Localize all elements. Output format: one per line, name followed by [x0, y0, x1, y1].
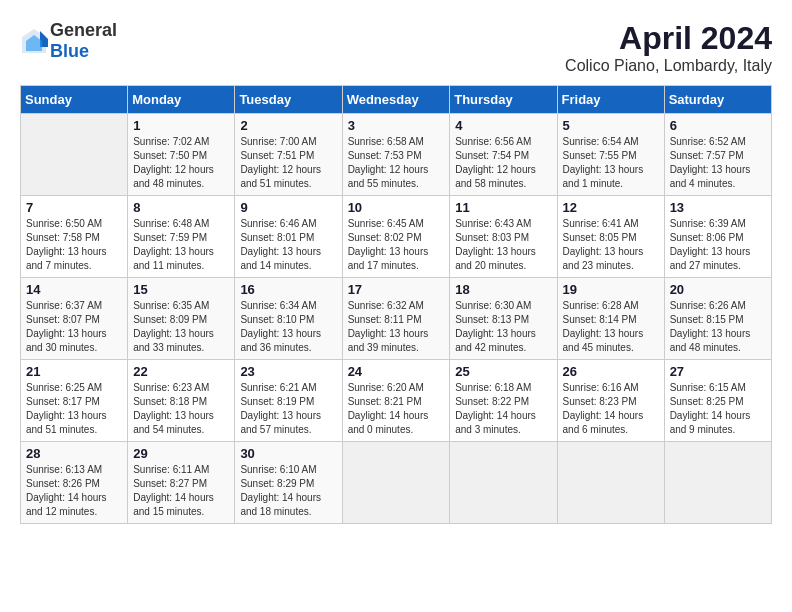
day-detail: Sunrise: 6:39 AMSunset: 8:06 PMDaylight:…: [670, 217, 766, 273]
day-detail: Sunrise: 6:21 AMSunset: 8:19 PMDaylight:…: [240, 381, 336, 437]
day-number: 15: [133, 282, 229, 297]
day-detail: Sunrise: 6:41 AMSunset: 8:05 PMDaylight:…: [563, 217, 659, 273]
week-row-5: 28Sunrise: 6:13 AMSunset: 8:26 PMDayligh…: [21, 442, 772, 524]
calendar-table: SundayMondayTuesdayWednesdayThursdayFrid…: [20, 85, 772, 524]
calendar-cell: 29Sunrise: 6:11 AMSunset: 8:27 PMDayligh…: [128, 442, 235, 524]
calendar-cell: [664, 442, 771, 524]
weekday-header-sunday: Sunday: [21, 86, 128, 114]
calendar-cell: 24Sunrise: 6:20 AMSunset: 8:21 PMDayligh…: [342, 360, 450, 442]
logo: General Blue: [20, 20, 117, 62]
calendar-cell: 7Sunrise: 6:50 AMSunset: 7:58 PMDaylight…: [21, 196, 128, 278]
calendar-cell: 2Sunrise: 7:00 AMSunset: 7:51 PMDaylight…: [235, 114, 342, 196]
day-number: 14: [26, 282, 122, 297]
day-number: 4: [455, 118, 551, 133]
calendar-cell: 19Sunrise: 6:28 AMSunset: 8:14 PMDayligh…: [557, 278, 664, 360]
day-detail: Sunrise: 6:28 AMSunset: 8:14 PMDaylight:…: [563, 299, 659, 355]
weekday-header-row: SundayMondayTuesdayWednesdayThursdayFrid…: [21, 86, 772, 114]
day-number: 11: [455, 200, 551, 215]
calendar-cell: 18Sunrise: 6:30 AMSunset: 8:13 PMDayligh…: [450, 278, 557, 360]
weekday-header-wednesday: Wednesday: [342, 86, 450, 114]
day-detail: Sunrise: 6:32 AMSunset: 8:11 PMDaylight:…: [348, 299, 445, 355]
day-detail: Sunrise: 6:48 AMSunset: 7:59 PMDaylight:…: [133, 217, 229, 273]
calendar-cell: 27Sunrise: 6:15 AMSunset: 8:25 PMDayligh…: [664, 360, 771, 442]
day-number: 20: [670, 282, 766, 297]
day-number: 16: [240, 282, 336, 297]
day-detail: Sunrise: 6:23 AMSunset: 8:18 PMDaylight:…: [133, 381, 229, 437]
day-number: 2: [240, 118, 336, 133]
weekday-header-thursday: Thursday: [450, 86, 557, 114]
day-detail: Sunrise: 6:15 AMSunset: 8:25 PMDaylight:…: [670, 381, 766, 437]
logo-general: General: [50, 20, 117, 40]
day-number: 19: [563, 282, 659, 297]
day-number: 6: [670, 118, 766, 133]
day-detail: Sunrise: 6:58 AMSunset: 7:53 PMDaylight:…: [348, 135, 445, 191]
calendar-cell: 12Sunrise: 6:41 AMSunset: 8:05 PMDayligh…: [557, 196, 664, 278]
weekday-header-monday: Monday: [128, 86, 235, 114]
calendar-cell: 5Sunrise: 6:54 AMSunset: 7:55 PMDaylight…: [557, 114, 664, 196]
main-title: April 2024: [565, 20, 772, 57]
logo-icon: [20, 27, 48, 55]
day-number: 12: [563, 200, 659, 215]
calendar-cell: 17Sunrise: 6:32 AMSunset: 8:11 PMDayligh…: [342, 278, 450, 360]
calendar-cell: 10Sunrise: 6:45 AMSunset: 8:02 PMDayligh…: [342, 196, 450, 278]
weekday-header-friday: Friday: [557, 86, 664, 114]
calendar-cell: 15Sunrise: 6:35 AMSunset: 8:09 PMDayligh…: [128, 278, 235, 360]
calendar-cell: 6Sunrise: 6:52 AMSunset: 7:57 PMDaylight…: [664, 114, 771, 196]
day-number: 29: [133, 446, 229, 461]
day-detail: Sunrise: 6:54 AMSunset: 7:55 PMDaylight:…: [563, 135, 659, 191]
day-number: 9: [240, 200, 336, 215]
day-number: 30: [240, 446, 336, 461]
day-number: 18: [455, 282, 551, 297]
calendar-cell: 3Sunrise: 6:58 AMSunset: 7:53 PMDaylight…: [342, 114, 450, 196]
day-detail: Sunrise: 6:50 AMSunset: 7:58 PMDaylight:…: [26, 217, 122, 273]
day-detail: Sunrise: 6:20 AMSunset: 8:21 PMDaylight:…: [348, 381, 445, 437]
day-detail: Sunrise: 6:13 AMSunset: 8:26 PMDaylight:…: [26, 463, 122, 519]
week-row-1: 1Sunrise: 7:02 AMSunset: 7:50 PMDaylight…: [21, 114, 772, 196]
calendar-cell: [342, 442, 450, 524]
calendar-cell: 8Sunrise: 6:48 AMSunset: 7:59 PMDaylight…: [128, 196, 235, 278]
day-number: 27: [670, 364, 766, 379]
day-number: 17: [348, 282, 445, 297]
weekday-header-tuesday: Tuesday: [235, 86, 342, 114]
subtitle: Colico Piano, Lombardy, Italy: [565, 57, 772, 75]
day-number: 22: [133, 364, 229, 379]
calendar-cell: 9Sunrise: 6:46 AMSunset: 8:01 PMDaylight…: [235, 196, 342, 278]
calendar-cell: 16Sunrise: 6:34 AMSunset: 8:10 PMDayligh…: [235, 278, 342, 360]
day-detail: Sunrise: 6:18 AMSunset: 8:22 PMDaylight:…: [455, 381, 551, 437]
calendar-cell: 4Sunrise: 6:56 AMSunset: 7:54 PMDaylight…: [450, 114, 557, 196]
title-area: April 2024 Colico Piano, Lombardy, Italy: [565, 20, 772, 75]
calendar-cell: [450, 442, 557, 524]
day-number: 8: [133, 200, 229, 215]
day-detail: Sunrise: 6:52 AMSunset: 7:57 PMDaylight:…: [670, 135, 766, 191]
day-number: 10: [348, 200, 445, 215]
calendar-cell: 26Sunrise: 6:16 AMSunset: 8:23 PMDayligh…: [557, 360, 664, 442]
calendar-cell: [557, 442, 664, 524]
day-number: 26: [563, 364, 659, 379]
day-number: 28: [26, 446, 122, 461]
day-number: 7: [26, 200, 122, 215]
weekday-header-saturday: Saturday: [664, 86, 771, 114]
calendar-cell: 22Sunrise: 6:23 AMSunset: 8:18 PMDayligh…: [128, 360, 235, 442]
logo-blue: Blue: [50, 41, 89, 61]
calendar-cell: 13Sunrise: 6:39 AMSunset: 8:06 PMDayligh…: [664, 196, 771, 278]
calendar-cell: 25Sunrise: 6:18 AMSunset: 8:22 PMDayligh…: [450, 360, 557, 442]
day-detail: Sunrise: 6:35 AMSunset: 8:09 PMDaylight:…: [133, 299, 229, 355]
day-number: 5: [563, 118, 659, 133]
day-detail: Sunrise: 6:34 AMSunset: 8:10 PMDaylight:…: [240, 299, 336, 355]
day-detail: Sunrise: 6:10 AMSunset: 8:29 PMDaylight:…: [240, 463, 336, 519]
day-detail: Sunrise: 7:02 AMSunset: 7:50 PMDaylight:…: [133, 135, 229, 191]
day-number: 1: [133, 118, 229, 133]
calendar-cell: 1Sunrise: 7:02 AMSunset: 7:50 PMDaylight…: [128, 114, 235, 196]
header: General Blue April 2024 Colico Piano, Lo…: [20, 20, 772, 75]
calendar-cell: 11Sunrise: 6:43 AMSunset: 8:03 PMDayligh…: [450, 196, 557, 278]
calendar-cell: 20Sunrise: 6:26 AMSunset: 8:15 PMDayligh…: [664, 278, 771, 360]
day-detail: Sunrise: 6:30 AMSunset: 8:13 PMDaylight:…: [455, 299, 551, 355]
day-number: 21: [26, 364, 122, 379]
day-detail: Sunrise: 7:00 AMSunset: 7:51 PMDaylight:…: [240, 135, 336, 191]
calendar-cell: 30Sunrise: 6:10 AMSunset: 8:29 PMDayligh…: [235, 442, 342, 524]
day-number: 25: [455, 364, 551, 379]
calendar-cell: 28Sunrise: 6:13 AMSunset: 8:26 PMDayligh…: [21, 442, 128, 524]
day-number: 3: [348, 118, 445, 133]
calendar-cell: 23Sunrise: 6:21 AMSunset: 8:19 PMDayligh…: [235, 360, 342, 442]
day-detail: Sunrise: 6:11 AMSunset: 8:27 PMDaylight:…: [133, 463, 229, 519]
